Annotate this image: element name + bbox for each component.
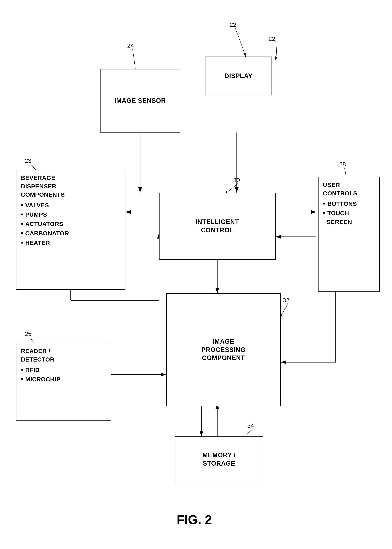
diagram: 22 24 22 23 28 30 32 25 34 IMAGE SENSOR … bbox=[0, 0, 392, 549]
ref-34: 34 bbox=[247, 422, 254, 429]
beverage-dispenser-box: BEVERAGEDISPENSERCOMPONENTS VALVES PUMPS… bbox=[16, 170, 126, 290]
reader-detector-list: RFID MICROCHIP bbox=[21, 365, 106, 384]
memory-storage-box: MEMORY /STORAGE bbox=[175, 436, 263, 482]
ref-23: 23 bbox=[25, 157, 31, 164]
beverage-title: BEVERAGEDISPENSERCOMPONENTS bbox=[21, 174, 120, 199]
reader-rfid: RFID bbox=[21, 365, 106, 374]
ref-26: 22 bbox=[268, 35, 275, 42]
user-controls-buttons: BUTTONS bbox=[323, 199, 375, 208]
ref-28: 28 bbox=[339, 161, 346, 168]
user-controls-box: USERCONTROLS BUTTONS TOUCH SCREEN bbox=[318, 177, 380, 292]
beverage-item-actuators: ACTUATORS bbox=[21, 219, 120, 228]
memory-storage-label: MEMORY /STORAGE bbox=[203, 451, 236, 468]
reader-detector-box: READER /DETECTOR RFID MICROCHIP bbox=[16, 343, 111, 421]
user-controls-touch: TOUCH SCREEN bbox=[323, 208, 375, 226]
beverage-list: VALVES PUMPS ACTUATORS CARBONATOR HEATER bbox=[21, 200, 120, 247]
ref-30: 30 bbox=[233, 177, 240, 183]
ref-32: 32 bbox=[283, 297, 289, 304]
beverage-item-heater: HEATER bbox=[21, 238, 120, 247]
user-controls-list: BUTTONS TOUCH SCREEN bbox=[323, 199, 375, 226]
reader-detector-title: READER /DETECTOR bbox=[21, 347, 106, 364]
image-sensor-box: IMAGE SENSOR bbox=[100, 69, 180, 133]
image-sensor-label: IMAGE SENSOR bbox=[114, 97, 166, 105]
display-label: DISPLAY bbox=[224, 72, 253, 80]
beverage-item-carbonator: CARBONATOR bbox=[21, 228, 120, 238]
reader-microchip: MICROCHIP bbox=[21, 374, 106, 384]
ref-22: 22 bbox=[230, 21, 236, 28]
beverage-item-pumps: PUMPS bbox=[21, 210, 120, 219]
beverage-item-valves: VALVES bbox=[21, 200, 120, 210]
figure-label: FIG. 2 bbox=[150, 512, 238, 527]
image-processing-label: IMAGEPROCESSINGCOMPONENT bbox=[201, 338, 245, 362]
ref-24: 24 bbox=[127, 42, 134, 49]
intelligent-control-box: INTELLIGENTCONTROL bbox=[159, 193, 276, 260]
user-controls-title: USERCONTROLS bbox=[323, 181, 375, 197]
image-processing-box: IMAGEPROCESSINGCOMPONENT bbox=[166, 293, 281, 406]
ref-25: 25 bbox=[25, 331, 31, 337]
display-box: DISPLAY bbox=[205, 56, 272, 95]
intelligent-control-label: INTELLIGENTCONTROL bbox=[196, 218, 239, 234]
